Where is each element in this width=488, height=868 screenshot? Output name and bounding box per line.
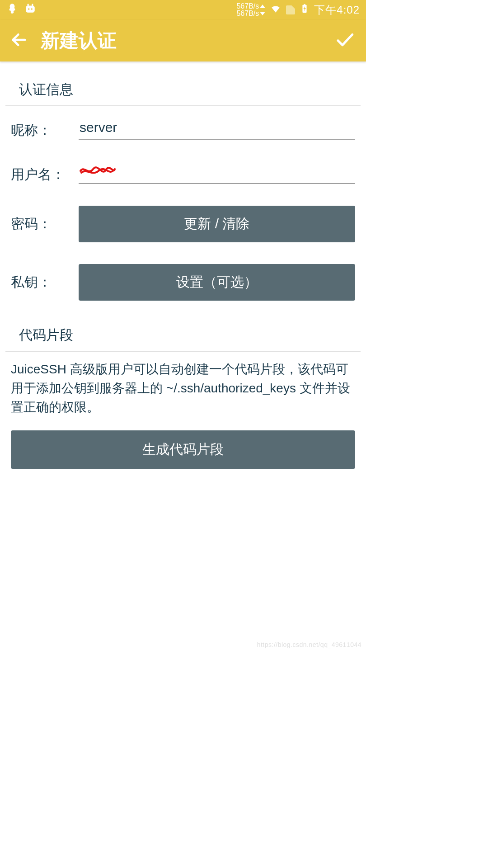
page-title: 新建认证: [41, 28, 117, 53]
upload-speed: 567B/s: [236, 3, 259, 10]
row-nickname: 昵称：: [0, 106, 366, 151]
row-private-key: 私钥： 设置（可选）: [0, 253, 366, 311]
section-snippet: 代码片段: [5, 311, 361, 352]
row-username: 用户名：: [0, 151, 366, 195]
generate-snippet-button[interactable]: 生成代码片段: [11, 430, 355, 469]
nickname-input[interactable]: [79, 117, 355, 140]
username-label: 用户名：: [11, 165, 70, 184]
password-label: 密码：: [11, 215, 70, 233]
svg-rect-0: [26, 6, 35, 13]
triangle-up-icon: [260, 5, 265, 8]
app-bar: 新建认证: [0, 20, 366, 61]
svg-point-1: [28, 8, 29, 9]
triangle-down-icon: [260, 12, 265, 15]
svg-rect-3: [28, 4, 29, 6]
clock: 下午4:02: [314, 3, 360, 17]
qq-penguin-icon: [6, 2, 18, 18]
snippet-description: JuiceSSH 高级版用户可以自动创建一个代码片段，该代码可用于添加公钥到服务…: [0, 352, 366, 428]
sim-icon: [286, 5, 295, 14]
username-input[interactable]: [79, 161, 355, 184]
back-button[interactable]: [10, 31, 28, 51]
svg-rect-4: [32, 4, 33, 6]
status-left: [6, 2, 36, 18]
network-speed: 567B/s 567B/s: [236, 3, 265, 17]
password-update-clear-button[interactable]: 更新 / 清除: [79, 206, 355, 242]
content-area: 认证信息 昵称： 用户名： 密码： 更新 / 清除 私钥： 设置（可选） 代码片…: [0, 66, 366, 472]
wifi-icon: [270, 3, 282, 17]
redacted-scribble-icon: [80, 165, 115, 178]
svg-point-2: [31, 8, 33, 9]
row-password: 密码： 更新 / 清除: [0, 195, 366, 253]
private-key-set-button[interactable]: 设置（可选）: [79, 264, 355, 301]
download-speed: 567B/s: [236, 10, 259, 17]
status-right: 567B/s 567B/s 下午4:02: [236, 3, 360, 17]
nickname-label: 昵称：: [11, 121, 70, 140]
battery-charging-icon: [300, 3, 310, 17]
section-auth-info: 认证信息: [5, 66, 361, 106]
private-key-label: 私钥：: [11, 273, 70, 292]
svg-rect-6: [304, 4, 305, 5]
status-bar: 567B/s 567B/s 下午4:02: [0, 0, 366, 20]
watermark: https://blog.csdn.net/qq_49611044: [257, 641, 361, 648]
app-notification-icon: [24, 2, 36, 18]
confirm-button[interactable]: [333, 31, 356, 51]
